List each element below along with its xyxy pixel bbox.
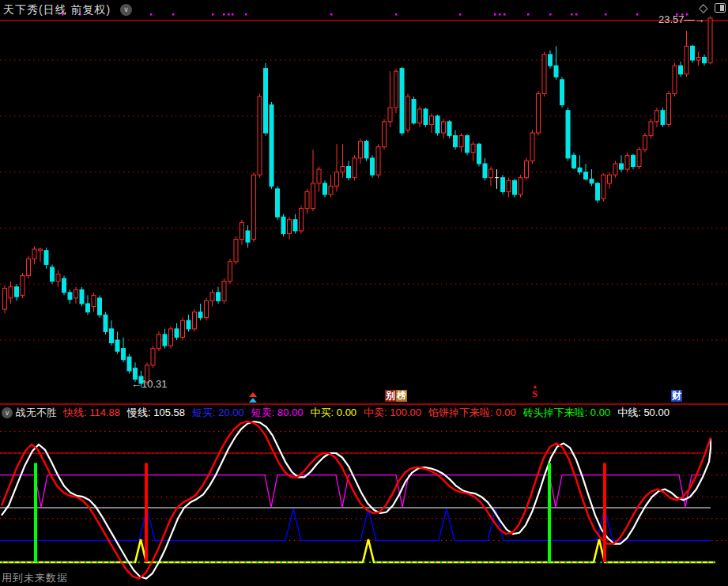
indicator-field-5: 中卖: 100.00 (364, 406, 421, 418)
stock-title: 天下秀(日线 前复权) (3, 3, 111, 17)
candle-up (489, 167, 493, 187)
candle-down (454, 130, 458, 150)
candle-up (193, 309, 197, 331)
candle-up (329, 175, 333, 197)
candle-down (246, 225, 250, 248)
candle-up (181, 318, 185, 340)
candle-up (92, 293, 96, 312)
high-price-label: 23.57—→ (658, 13, 705, 25)
panel-layout-icon[interactable] (715, 3, 726, 13)
candle-up (234, 236, 238, 264)
candle-down (347, 161, 351, 180)
indicator-field-8: 中线: 50.00 (617, 406, 670, 418)
sell-signal-bar (603, 463, 606, 562)
candle-up (537, 91, 541, 136)
candle-down (15, 284, 19, 301)
candle-down (572, 153, 576, 169)
list-badge-right: 榜 (396, 390, 407, 402)
candle-up (459, 133, 463, 153)
candle-down (501, 175, 505, 195)
candle-up (341, 144, 345, 177)
candle-up (151, 346, 155, 368)
candle-down (400, 67, 404, 136)
candle-down (68, 289, 72, 304)
candle-up (637, 147, 641, 169)
candle-down (679, 62, 683, 77)
candle-down (424, 108, 428, 127)
candle-up (388, 71, 392, 127)
panel-layout-icon-fill (720, 5, 724, 11)
candle-up (442, 119, 446, 138)
price-and-indicator-canvas[interactable] (0, 0, 728, 586)
low-price-value: 10.31 (141, 378, 168, 390)
candle-up (300, 206, 304, 233)
candle-down (483, 158, 487, 180)
indicator-collapse-icon[interactable]: ∨ (2, 407, 13, 418)
candle-up (21, 273, 25, 298)
candle-down (412, 96, 416, 124)
candle-down (323, 180, 327, 197)
candle-up (685, 31, 688, 77)
candle-down (566, 108, 570, 161)
candle-up (9, 282, 13, 304)
candle-down (80, 287, 84, 307)
candle-up (376, 144, 380, 177)
candle-down (703, 55, 707, 66)
candle-down (86, 295, 90, 315)
candle-up (32, 246, 36, 264)
candle-down (436, 115, 439, 136)
list-badge-marker[interactable]: 别榜 (385, 388, 407, 402)
candle-up (205, 298, 209, 320)
candle-up (353, 155, 356, 180)
list-badge-left: 别 (385, 390, 396, 402)
candle-down (584, 164, 588, 180)
candle-up (383, 119, 387, 149)
candle-down (187, 315, 190, 331)
candle-up (305, 189, 309, 214)
candle-down (632, 154, 636, 169)
sell-signal-letter: S (532, 389, 538, 399)
candle-down (44, 248, 48, 269)
candle-up (696, 51, 700, 66)
low-price-label: ←10.31 (131, 378, 168, 390)
candle-up (418, 106, 422, 127)
candle-up (649, 119, 653, 138)
chevron-down-icon[interactable]: ∨ (120, 4, 132, 16)
candle-up (3, 285, 7, 313)
status-text: 用到未来数据 (2, 571, 68, 585)
candle-up (56, 270, 60, 287)
candle-down (98, 295, 102, 317)
candle-up (406, 93, 410, 133)
indicator-name[interactable]: 战无不胜 (16, 406, 57, 420)
candle-down (371, 155, 375, 177)
candle-down (270, 102, 273, 189)
candle-up (169, 326, 173, 348)
indicator-header: ∨ 战无不胜 快线: 114.88慢线: 105.58短买: 20.00短卖: … (0, 406, 728, 420)
low-price-arrow: ← (131, 378, 141, 390)
candle-down (447, 120, 451, 138)
candle-up (359, 138, 363, 164)
candle-up (519, 175, 522, 197)
indicator-field-3: 短卖: 80.00 (251, 406, 304, 418)
candle-up (708, 16, 712, 64)
indicator-fields: 快线: 114.88慢线: 105.58短买: 20.00短卖: 80.00中买… (63, 406, 677, 420)
candle-down (198, 304, 202, 320)
candle-up (530, 130, 534, 164)
candle-up (258, 93, 262, 177)
candle-down (620, 155, 624, 172)
candlestick-series (3, 16, 713, 387)
candle-down (104, 312, 108, 335)
candle-down (578, 155, 582, 175)
high-price-arrow: —→ (685, 13, 705, 25)
sell-signal-marker[interactable]: ▲ S (532, 384, 538, 399)
high-price-value: 23.57 (658, 13, 685, 25)
candle-up (655, 108, 659, 127)
candle-down (115, 331, 119, 353)
candle-down (281, 214, 285, 236)
candle-up (311, 149, 315, 211)
candle-up (507, 178, 511, 198)
compass-cyan-triangle (249, 398, 257, 403)
candle-down (110, 320, 114, 346)
finance-report-marker[interactable]: 财 (671, 388, 682, 402)
candle-down (691, 45, 695, 63)
